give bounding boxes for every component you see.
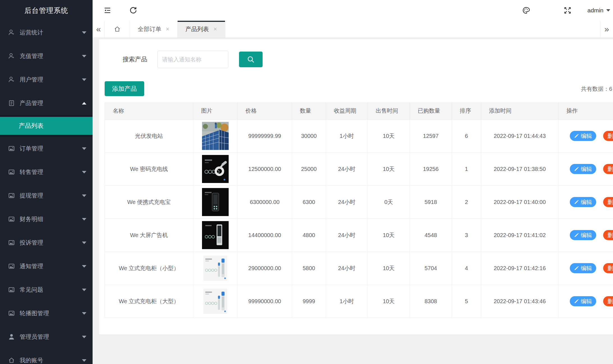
search-input[interactable] bbox=[157, 51, 228, 68]
product-purchased-count: 5704 bbox=[410, 252, 452, 285]
table-header-row: 名称图片价格数量收益周期出售时间已购数量排序添加时间操作 bbox=[105, 102, 613, 119]
delete-button[interactable]: 删除 bbox=[603, 131, 613, 141]
sidebar-item-label: 轮播图管理 bbox=[20, 309, 82, 317]
table-row: We 立式充电柜（小型）29000000.00580024小时10天570442… bbox=[105, 252, 613, 285]
tab-home[interactable] bbox=[105, 21, 130, 38]
sidebar-item-label: 用户管理 bbox=[20, 76, 82, 84]
sidebar-item-label: 订单管理 bbox=[20, 145, 82, 152]
product-name: We 便携式充电宝 bbox=[105, 186, 193, 219]
tab-all-orders[interactable]: 全部订单 × bbox=[130, 21, 178, 38]
products-table: 名称图片价格数量收益周期出售时间已购数量排序添加时间操作 光伏发电站999999… bbox=[105, 102, 613, 318]
sidebar-subitem-active[interactable]: 产品列表 bbox=[0, 117, 93, 135]
product-period: 24小时 bbox=[326, 252, 368, 285]
product-name: 光伏发电站 bbox=[105, 119, 193, 152]
sidebar-item[interactable]: 管理员管理 bbox=[0, 325, 93, 349]
collapse-sidebar-icon[interactable] bbox=[103, 6, 112, 15]
sidebar-item[interactable]: 通知管理 bbox=[0, 254, 93, 278]
product-sale-time: 10天 bbox=[368, 152, 410, 186]
add-product-button[interactable]: 添加产品 bbox=[105, 81, 144, 96]
edit-button[interactable]: 编辑 bbox=[570, 296, 596, 306]
row-actions: 编辑删除 bbox=[559, 252, 613, 285]
sidebar-submenu: 产品列表 bbox=[0, 115, 93, 137]
edit-button[interactable]: 编辑 bbox=[570, 230, 596, 240]
edit-button[interactable]: 编辑 bbox=[570, 164, 596, 174]
sidebar-item[interactable]: 我的账号 bbox=[0, 349, 93, 364]
delete-button[interactable]: 删除 bbox=[603, 263, 613, 273]
dark-powerbank-photo bbox=[202, 188, 229, 216]
sidebar-item[interactable]: 投诉管理 bbox=[0, 231, 93, 254]
total-data-value: 6 bbox=[609, 86, 612, 92]
user-menu[interactable]: admin bbox=[587, 7, 610, 14]
search-button[interactable] bbox=[239, 52, 263, 67]
table-row: We 密码充电线12500000.002500024小时10天192561202… bbox=[105, 152, 613, 186]
content-panel: 搜索产品 添加产品 共有数据：6 名称图片价格数量收益周期出售时间已购数量排 bbox=[99, 39, 613, 334]
table-header-cell: 操作 bbox=[559, 102, 613, 119]
refresh-icon[interactable] bbox=[129, 6, 137, 15]
sidebar-item-label: 通知管理 bbox=[20, 262, 82, 270]
sidebar-item[interactable]: 产品管理 bbox=[0, 91, 93, 115]
tabs-scroll-left-button[interactable]: « bbox=[93, 21, 105, 38]
sidebar-item[interactable]: 充值管理 bbox=[0, 44, 93, 68]
chevron-down-icon bbox=[82, 31, 86, 34]
product-added-time: 2022-09-17 01:38:50 bbox=[481, 152, 559, 186]
sidebar-item-label: 充值管理 bbox=[20, 52, 82, 60]
row-actions: 编辑删除 bbox=[559, 285, 613, 318]
delete-button[interactable]: 删除 bbox=[603, 230, 613, 240]
sidebar-item-label: 运营统计 bbox=[20, 29, 82, 36]
edit-button[interactable]: 编辑 bbox=[570, 263, 596, 273]
product-period: 1小时 bbox=[326, 285, 368, 318]
table-header-cell: 图片 bbox=[193, 102, 238, 119]
image-icon bbox=[8, 286, 15, 293]
tabs-scroll-right-button[interactable]: » bbox=[600, 21, 613, 38]
sidebar-item[interactable]: 转售管理 bbox=[0, 160, 93, 184]
product-sort: 1 bbox=[452, 152, 481, 186]
table-row: We 立式充电柜（大型）99990000.0099991小时10天8308520… bbox=[105, 285, 613, 318]
theme-palette-icon[interactable] bbox=[522, 6, 530, 15]
solar-panel-photo bbox=[202, 122, 229, 150]
chevron-down-icon bbox=[82, 78, 86, 81]
close-tab-icon[interactable]: × bbox=[166, 26, 169, 32]
product-sort: 3 bbox=[452, 219, 481, 252]
product-sale-time: 10天 bbox=[368, 252, 410, 285]
table-row: We 大屏广告机14400000.00480024小时10天454832022-… bbox=[105, 219, 613, 252]
sidebar-item[interactable]: 轮播图管理 bbox=[0, 302, 93, 325]
table-header-cell: 排序 bbox=[452, 102, 481, 119]
product-quantity: 25000 bbox=[292, 152, 326, 186]
user-outline-icon bbox=[8, 29, 15, 36]
delete-button[interactable]: 删除 bbox=[603, 164, 613, 174]
edit-button[interactable]: 编辑 bbox=[570, 131, 596, 141]
search-icon bbox=[247, 55, 255, 64]
product-image-cell bbox=[193, 285, 238, 318]
topbar: admin bbox=[93, 0, 613, 21]
product-quantity: 30000 bbox=[292, 119, 326, 152]
product-image-cell bbox=[193, 186, 238, 219]
sidebar-item[interactable]: 提现管理 bbox=[0, 184, 93, 207]
fullscreen-icon[interactable] bbox=[563, 6, 572, 15]
app-title: 后台管理系统 bbox=[0, 0, 93, 21]
sidebar-item[interactable]: 财务明细 bbox=[0, 207, 93, 231]
image-icon bbox=[8, 192, 15, 199]
product-quantity: 6300 bbox=[292, 186, 326, 219]
chevron-up-icon bbox=[82, 102, 86, 105]
product-sale-time: 10天 bbox=[368, 119, 410, 152]
sidebar-item[interactable]: 运营统计 bbox=[0, 21, 93, 44]
edit-button[interactable]: 编辑 bbox=[570, 197, 596, 207]
sidebar-item[interactable]: 用户管理 bbox=[0, 68, 93, 91]
product-sale-time: 10天 bbox=[368, 285, 410, 318]
chevron-down-icon bbox=[606, 9, 610, 11]
product-quantity: 5800 bbox=[292, 252, 326, 285]
product-purchased-count: 12597 bbox=[410, 119, 452, 152]
chevron-down-icon bbox=[82, 194, 86, 197]
product-sort: 4 bbox=[452, 252, 481, 285]
product-period: 24小时 bbox=[326, 152, 368, 186]
sidebar-item[interactable]: 订单管理 bbox=[0, 137, 93, 160]
image-icon bbox=[8, 239, 15, 246]
sidebar-item[interactable]: 常见问题 bbox=[0, 278, 93, 302]
delete-button[interactable]: 删除 bbox=[603, 197, 613, 207]
home-icon bbox=[8, 357, 15, 364]
close-tab-icon[interactable]: × bbox=[213, 26, 217, 32]
user-name: admin bbox=[587, 7, 603, 14]
search-row: 搜索产品 bbox=[123, 51, 613, 68]
tab-product-list[interactable]: 产品列表 × bbox=[178, 21, 225, 38]
delete-button[interactable]: 删除 bbox=[603, 296, 613, 306]
